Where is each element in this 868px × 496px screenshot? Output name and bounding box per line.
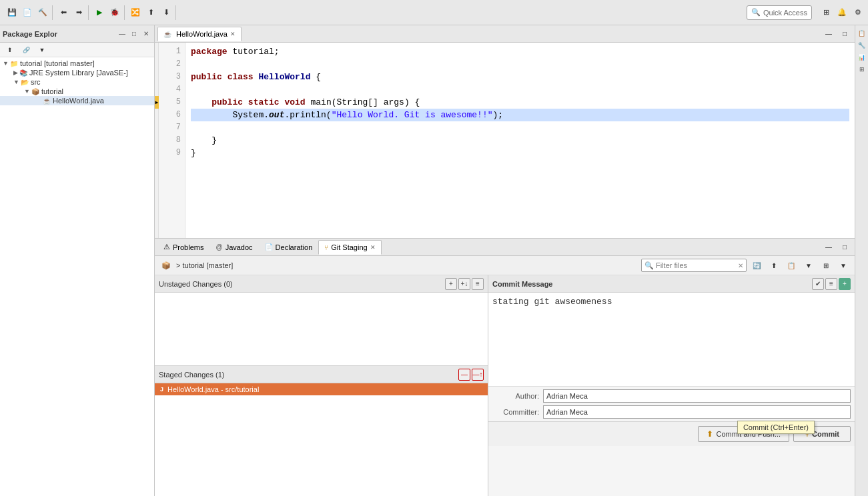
sidebar-close-btn[interactable]: ✕ [141,29,151,39]
tree-toggle-src[interactable]: ▼ [13,79,19,85]
tree-label-jre: JRE System Library [JavaSE-] [29,69,128,77]
right-sidebar: 📋 🔧 📊 ⊞ [855,25,868,496]
right-icon-3[interactable]: 📊 [857,52,867,63]
add-all-btn[interactable]: + [445,278,457,290]
tree-item-tutorial-pkg[interactable]: ▼ 📦 tutorial [0,87,154,96]
staged-file-item[interactable]: J HelloWorld.java - src/tutorial [155,383,488,395]
settings-icon[interactable]: ⚙ [851,5,865,20]
git-stash-icon[interactable]: 📋 [784,258,799,273]
toolbar-group-nav: ⬅ ➡ [54,5,89,20]
unstaged-title: Unstaged Changes (0) [159,280,233,288]
panel-maximize-btn[interactable]: □ [837,240,852,255]
tree-label-helloworld: HelloWorld.java [53,97,104,105]
right-icon-1[interactable]: 📋 [857,28,867,39]
line-num-9: 9 [159,147,185,159]
filter-box[interactable]: 🔍 ✕ [641,259,747,272]
commit-msg-menu-icon[interactable]: + [839,278,851,290]
tab-problems[interactable]: ⚠ Problems [157,240,209,255]
git-left-panel: Unstaged Changes (0) + +↓ ≡ [155,275,488,496]
back-icon[interactable]: ⬅ [56,5,71,20]
minimize-icon[interactable]: 🔔 [835,5,849,20]
git-layout-icon[interactable]: ⊞ [819,258,833,273]
collapse-all-icon[interactable]: ⬆ [3,43,17,57]
tab-javadoc-label: Javadoc [226,243,253,251]
tree-toggle-tutorial-pkg[interactable]: ▼ [24,88,30,95]
committer-label: Committer: [492,408,539,416]
editor-maximize-btn[interactable]: □ [837,27,852,41]
git-fetch-icon[interactable]: 🔄 [749,258,764,273]
format-icon[interactable]: ≡ [825,278,837,290]
pull-icon[interactable]: ⬇ [159,5,173,20]
editor-tab-close-btn[interactable]: ✕ [230,31,236,37]
commit-message-textarea[interactable]: stating git awseomeness [488,293,855,386]
save-icon[interactable]: 💾 [5,5,19,20]
remove-all-btn[interactable]: — [458,369,470,381]
tree-toggle-project[interactable]: ▼ [3,60,9,67]
sidebar-minimize-btn[interactable]: — [117,29,127,39]
tree-toggle-jre[interactable]: ▶ [13,69,18,76]
editor-minimize-btn[interactable]: — [821,27,836,41]
git-menu-icon[interactable]: ▼ [801,258,816,273]
line-num-8: 8 [159,134,185,147]
line-num-6: 6 [159,109,185,121]
remove-selected-btn[interactable]: —↑ [472,369,484,381]
panel-minimize-btn[interactable]: — [821,240,836,255]
staged-files-area: J HelloWorld.java - src/tutorial [155,383,488,496]
commit-message-header: Commit Message ✔ ≡ + [488,275,855,293]
spell-check-icon[interactable]: ✔ [812,278,824,290]
committer-input[interactable] [543,405,851,419]
declaration-icon: 📄 [265,243,273,251]
editor-gutter: ▶ [155,43,159,238]
line-num-7: 7 [159,121,185,134]
project-icon: 📁 [10,60,18,67]
search-icon: 🔍 [751,8,761,17]
push-icon[interactable]: ⬆ [143,5,158,20]
commit-message-actions: ✔ ≡ + [812,278,851,290]
tab-declaration[interactable]: 📄 Declaration [259,240,319,255]
tree-item-src[interactable]: ▼ 📂 src [0,77,154,87]
java-file-icon: ☕ [43,97,51,105]
sidebar-menu-icon[interactable]: ▼ [35,43,49,57]
commit-fields: Author: Committer: [488,386,855,421]
perspective-icon[interactable]: ⊞ [819,5,833,20]
right-icon-2[interactable]: 🔧 [857,40,867,51]
tree-item-project[interactable]: ▼ 📁 tutorial [tutorial master] [0,59,154,68]
editor-pane: ☕ HelloWorld.java ✕ — □ ▶ [155,25,855,239]
bottom-panel: ⚠ Problems @ Javadoc 📄 Declaration ⑂ Git… [155,239,855,496]
sidebar-maximize-btn[interactable]: □ [129,29,139,39]
panel-controls: — □ [821,240,852,255]
pkg-icon: 📦 [31,88,39,95]
toolbar-btn-1[interactable]: 🔨 [35,5,50,20]
jre-icon: 📚 [19,69,27,77]
code-line-8: } [191,134,849,147]
sidebar-toolbar: ⬆ 🔗 ▼ [0,43,154,57]
filter-files-input[interactable] [656,261,736,269]
filter-clear-icon[interactable]: ✕ [738,262,743,269]
git-view-menu-icon[interactable]: ▼ [836,258,851,273]
right-icon-4[interactable]: ⊞ [857,64,867,75]
run-icon[interactable]: ▶ [92,5,107,20]
line-num-5: 5 [159,96,185,109]
toolbar-group-git: 🔀 ⬆ ⬇ [126,5,176,20]
tree-item-helloworld[interactable]: ☕ HelloWorld.java [0,96,154,105]
sidebar-header: Package Explor — □ ✕ [0,25,154,43]
tab-git-staging[interactable]: ⑂ Git Staging ✕ [318,240,381,255]
editor-tab-helloworld[interactable]: ☕ HelloWorld.java ✕ [157,27,242,41]
tab-javadoc[interactable]: @ Javadoc [209,240,258,255]
forward-icon[interactable]: ➡ [71,5,86,20]
debug-icon[interactable]: 🐞 [107,5,122,20]
quick-access-box[interactable]: 🔍 Quick Access [747,5,812,20]
main-toolbar: 💾 📄 🔨 ⬅ ➡ ▶ 🐞 🔀 ⬆ ⬇ 🔍 Quick Access ⊞ 🔔 ⚙ [0,0,868,25]
tab-declaration-label: Declaration [276,243,313,251]
new-icon[interactable]: 📄 [20,5,35,20]
tab-git-staging-label: Git Staging [331,243,367,251]
link-editor-icon[interactable]: 🔗 [19,43,33,57]
author-input[interactable] [543,389,851,403]
code-editor[interactable]: package tutorial; public class HelloWorl… [185,43,855,238]
git-push-icon[interactable]: ⬆ [767,258,781,273]
git-staging-tab-close[interactable]: ✕ [370,244,376,251]
tree-item-jre[interactable]: ▶ 📚 JRE System Library [JavaSE-] [0,68,154,77]
unstaged-menu-btn[interactable]: ≡ [472,278,484,290]
add-selected-btn[interactable]: +↓ [458,278,470,290]
git-icon[interactable]: 🔀 [128,5,143,20]
